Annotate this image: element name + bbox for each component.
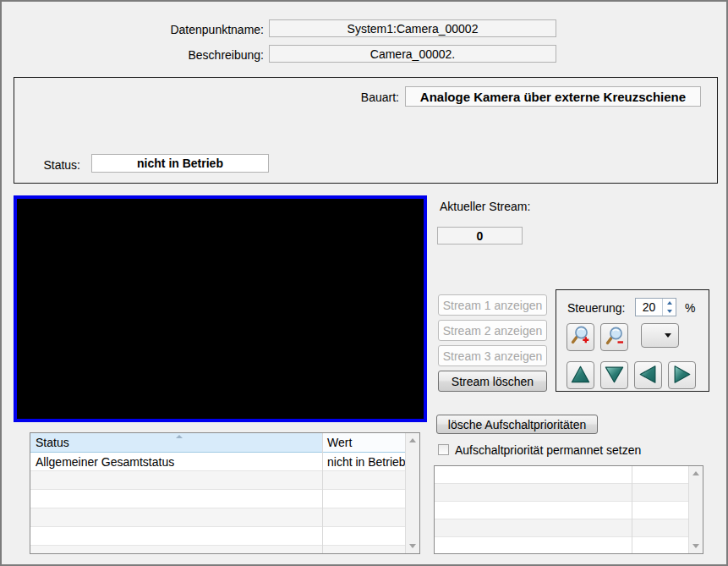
- table-row[interactable]: [435, 519, 688, 537]
- scroll-up-icon[interactable]: [689, 466, 703, 481]
- wert-cell: nicht in Betrieb: [322, 453, 405, 470]
- beschreibung-label: Beschreibung:: [2, 48, 264, 62]
- aktueller-stream-label: Aktueller Stream:: [440, 200, 530, 213]
- stream-1-anzeigen-button[interactable]: Stream 1 anzeigen: [438, 294, 547, 316]
- video-display[interactable]: [14, 195, 427, 422]
- bauart-label: Bauart:: [293, 91, 399, 104]
- stream-2-anzeigen-button[interactable]: Stream 2 anzeigen: [438, 320, 547, 341]
- table-row[interactable]: [435, 466, 688, 484]
- speed-spinner[interactable]: 20: [635, 298, 676, 316]
- info-groupbox: Bauart: Analoge Kamera über externe Kreu…: [14, 77, 718, 184]
- spinner-up-icon[interactable]: [663, 299, 676, 307]
- table-row[interactable]: [435, 502, 688, 519]
- loesche-aufschaltprioritaeten-button[interactable]: lösche Aufschaltprioritäten: [436, 415, 598, 434]
- status-label: Status:: [14, 158, 80, 172]
- sort-ascending-icon: [176, 435, 183, 438]
- percent-label: %: [685, 301, 695, 315]
- steuerung-groupbox: Steuerung: 20 %: [556, 289, 709, 392]
- aufschaltprioritaet-checkbox-label: Aufschaltpriorität permannet setzen: [455, 443, 641, 457]
- arrow-down-icon: [602, 362, 627, 389]
- arrow-up-icon: [568, 362, 593, 389]
- status-table[interactable]: Status Wert Allgemeiner Gesamtstatus nic…: [30, 432, 420, 554]
- speed-value[interactable]: 20: [636, 299, 662, 316]
- arrow-right-icon: [670, 362, 694, 389]
- zoom-out-icon: [604, 325, 626, 349]
- scroll-down-icon[interactable]: [689, 539, 703, 553]
- scroll-up-icon[interactable]: [406, 433, 419, 448]
- table-row[interactable]: [30, 546, 405, 554]
- table-row[interactable]: [435, 484, 688, 502]
- status-table-header[interactable]: Status Wert: [30, 433, 405, 453]
- table-row[interactable]: [435, 537, 688, 554]
- table-row[interactable]: [30, 490, 405, 508]
- wert-column-header[interactable]: Wert: [322, 433, 405, 453]
- spinner-down-icon[interactable]: [663, 307, 676, 316]
- table-row[interactable]: [30, 471, 405, 490]
- column-divider: [322, 433, 323, 553]
- status-cell: Allgemeiner Gesamtstatus: [30, 453, 322, 470]
- zoom-in-icon: [570, 325, 592, 349]
- scroll-down-icon[interactable]: [406, 539, 419, 553]
- pan-left-button[interactable]: [634, 361, 662, 389]
- priority-table[interactable]: [434, 465, 703, 554]
- status-table-scrollbar[interactable]: [405, 433, 419, 553]
- pan-up-button[interactable]: [567, 361, 594, 389]
- table-row[interactable]: [30, 508, 405, 527]
- aufschaltprioritaet-checkbox[interactable]: [438, 444, 449, 455]
- bauart-field: Analoge Kamera über externe Kreuzschiene: [405, 86, 701, 107]
- pan-right-button[interactable]: [668, 361, 696, 389]
- status-field: nicht in Betrieb: [91, 154, 269, 173]
- table-row[interactable]: Allgemeiner Gesamtstatus nicht in Betrie…: [30, 453, 405, 471]
- preset-dropdown[interactable]: [641, 323, 679, 348]
- datenpunktname-field[interactable]: System1:Camera_00002: [269, 19, 556, 37]
- zoom-in-button[interactable]: [567, 323, 594, 351]
- arrow-left-icon: [636, 362, 660, 389]
- pan-down-button[interactable]: [600, 361, 628, 389]
- datenpunktname-label: Datenpunktname:: [2, 23, 264, 36]
- beschreibung-field[interactable]: Camera_00002.: [269, 45, 556, 63]
- camera-control-window: Datenpunktname: System1:Camera_00002 Bes…: [0, 0, 728, 566]
- priority-table-scrollbar[interactable]: [688, 466, 703, 553]
- stream-loeschen-button[interactable]: Stream löschen: [438, 371, 547, 392]
- table-row[interactable]: [30, 527, 405, 546]
- aktueller-stream-field: 0: [437, 227, 523, 245]
- chevron-down-icon: [665, 333, 671, 338]
- zoom-out-button[interactable]: [600, 323, 628, 351]
- column-divider: [632, 466, 632, 553]
- stream-3-anzeigen-button[interactable]: Stream 3 anzeigen: [438, 345, 547, 366]
- steuerung-label: Steuerung:: [567, 301, 626, 315]
